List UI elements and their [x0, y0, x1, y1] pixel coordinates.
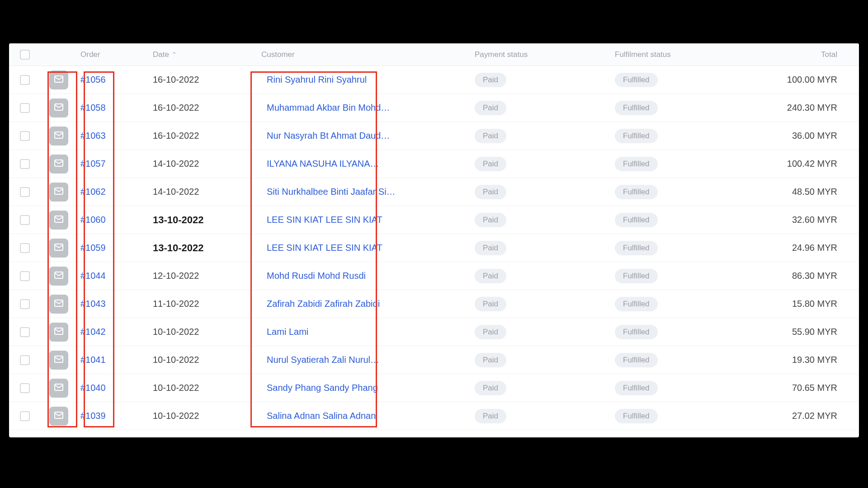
fulfilment-badge: Fulfilled	[615, 101, 658, 115]
mail-button[interactable]	[49, 239, 68, 258]
row-checkbox[interactable]	[20, 131, 30, 141]
customer-link[interactable]: Rini Syahrul Rini Syahrul	[267, 75, 367, 84]
mail-button[interactable]	[49, 127, 68, 145]
row-checkbox[interactable]	[20, 299, 30, 309]
row-checkbox[interactable]	[20, 75, 30, 85]
table-row[interactable]: #104210-10-2022Lami LamiPaidFulfilled55.…	[9, 318, 859, 346]
fulfilment-badge: Fulfilled	[615, 73, 658, 87]
customer-link[interactable]: ILYANA NASUHA ILYANA…	[267, 159, 379, 169]
row-check-cell	[9, 243, 41, 253]
payment-cell: Paid	[475, 381, 615, 395]
order-link[interactable]: #1059	[80, 243, 106, 253]
row-checkbox[interactable]	[20, 187, 30, 197]
order-link[interactable]: #1062	[80, 187, 106, 197]
mail-button[interactable]	[49, 351, 68, 370]
mail-button[interactable]	[49, 267, 68, 286]
mail-button[interactable]	[49, 70, 68, 89]
order-link[interactable]: #1040	[80, 383, 106, 393]
row-checkbox[interactable]	[20, 103, 30, 113]
row-checkbox[interactable]	[20, 271, 30, 281]
table-row[interactable]: #104412-10-2022Mohd Rusdi Mohd RusdiPaid…	[9, 262, 859, 290]
order-link[interactable]: #1044	[80, 271, 106, 281]
row-checkbox[interactable]	[20, 215, 30, 225]
customer-link[interactable]: Sandy Phang Sandy Phang	[267, 383, 378, 393]
payment-badge: Paid	[475, 129, 506, 143]
row-checkbox[interactable]	[20, 355, 30, 365]
order-link[interactable]: #1057	[80, 159, 106, 169]
table-row[interactable]: #105714-10-2022ILYANA NASUHA ILYANA…Paid…	[9, 150, 859, 178]
mail-button[interactable]	[49, 211, 68, 230]
table-row[interactable]: #104010-10-2022Sandy Phang Sandy PhangPa…	[9, 374, 859, 402]
table-row[interactable]: #104311-10-2022Zafirah Zabidi Zafirah Za…	[9, 290, 859, 318]
customer-cell: Nur Nasyrah Bt Ahmat Daud…	[253, 131, 475, 141]
order-cell: #1043	[77, 299, 149, 309]
order-link[interactable]: #1058	[80, 103, 106, 113]
customer-link[interactable]: Zafirah Zabidi Zafirah Zabidi	[267, 299, 380, 309]
header-date-label: Date	[153, 50, 169, 59]
payment-cell: Paid	[475, 353, 615, 367]
customer-link[interactable]: Nurul Syatierah Zali Nurul…	[267, 355, 379, 365]
customer-cell: Zafirah Zabidi Zafirah Zabidi	[253, 299, 475, 309]
select-all-checkbox[interactable]	[20, 50, 30, 60]
date-cell: 10-10-2022	[149, 411, 253, 421]
order-link[interactable]: #1041	[80, 355, 106, 365]
mail-button[interactable]	[49, 183, 68, 202]
customer-link[interactable]: Siti Nurkhalbee Binti Jaafar Si…	[267, 187, 396, 197]
total-cell: 86.30 MYR	[769, 271, 859, 281]
row-checkbox[interactable]	[20, 159, 30, 169]
mail-button[interactable]	[49, 295, 68, 314]
table-row[interactable]: #106316-10-2022Nur Nasyrah Bt Ahmat Daud…	[9, 122, 859, 150]
mail-button[interactable]	[49, 379, 68, 398]
customer-link[interactable]: Lami Lami	[267, 327, 308, 337]
row-checkbox[interactable]	[20, 243, 30, 253]
mail-button[interactable]	[49, 99, 68, 117]
row-mail-cell	[41, 407, 77, 426]
order-link[interactable]: #1060	[80, 215, 106, 225]
customer-link[interactable]: LEE SIN KIAT LEE SIN KIAT	[267, 215, 382, 225]
mail-button[interactable]	[49, 323, 68, 342]
payment-badge: Paid	[475, 157, 506, 171]
customer-link[interactable]: LEE SIN KIAT LEE SIN KIAT	[267, 243, 382, 253]
payment-badge: Paid	[475, 73, 506, 87]
table-row[interactable]: #105913-10-2022LEE SIN KIAT LEE SIN KIAT…	[9, 234, 859, 262]
order-link[interactable]: #1039	[80, 411, 106, 421]
mail-button[interactable]	[49, 155, 68, 174]
order-cell: #1060	[77, 215, 149, 225]
mail-button[interactable]	[49, 407, 68, 426]
order-link[interactable]: #1043	[80, 299, 106, 309]
table-row[interactable]: #103910-10-2022Salina Adnan Salina Adnan…	[9, 402, 859, 430]
customer-link[interactable]: Nur Nasyrah Bt Ahmat Daud…	[267, 131, 390, 141]
table-row[interactable]: #106013-10-2022LEE SIN KIAT LEE SIN KIAT…	[9, 206, 859, 234]
order-link[interactable]: #1056	[80, 75, 106, 84]
fulfilment-badge: Fulfilled	[615, 129, 658, 143]
customer-cell: Rini Syahrul Rini Syahrul	[253, 75, 475, 85]
header-order[interactable]: Order	[77, 50, 149, 59]
customer-link[interactable]: Muhammad Akbar Bin Mohd…	[267, 103, 390, 113]
total-cell: 27.02 MYR	[769, 411, 859, 421]
customer-cell: Muhammad Akbar Bin Mohd…	[253, 103, 475, 113]
customer-link[interactable]: Salina Adnan Salina Adnan	[267, 411, 376, 421]
order-link[interactable]: #1042	[80, 327, 106, 337]
payment-badge: Paid	[475, 213, 506, 227]
date-cell: 16-10-2022	[149, 131, 253, 141]
row-checkbox[interactable]	[20, 383, 30, 393]
total-cell: 100.00 MYR	[769, 75, 859, 85]
header-customer[interactable]: Customer	[253, 50, 475, 59]
customer-link[interactable]: Mohd Rusdi Mohd Rusdi	[267, 271, 366, 281]
header-fulfilment[interactable]: Fulfilment status	[615, 50, 769, 59]
row-checkbox[interactable]	[20, 411, 30, 421]
row-check-cell	[9, 383, 41, 393]
fulfilment-cell: Fulfilled	[615, 297, 769, 311]
table-row[interactable]: #105616-10-2022Rini Syahrul Rini Syahrul…	[9, 66, 859, 94]
header-date[interactable]: Date ⌃	[149, 50, 253, 59]
row-checkbox[interactable]	[20, 327, 30, 337]
header-total[interactable]: Total	[769, 50, 859, 59]
row-check-cell	[9, 75, 41, 85]
order-link[interactable]: #1063	[80, 131, 106, 141]
table-row[interactable]: #106214-10-2022Siti Nurkhalbee Binti Jaa…	[9, 178, 859, 206]
fulfilment-badge: Fulfilled	[615, 269, 658, 283]
header-payment[interactable]: Payment status	[475, 50, 615, 59]
table-row[interactable]: #104110-10-2022Nurul Syatierah Zali Nuru…	[9, 346, 859, 374]
table-row[interactable]: #105816-10-2022Muhammad Akbar Bin Mohd…P…	[9, 94, 859, 122]
customer-cell: LEE SIN KIAT LEE SIN KIAT	[253, 215, 475, 225]
